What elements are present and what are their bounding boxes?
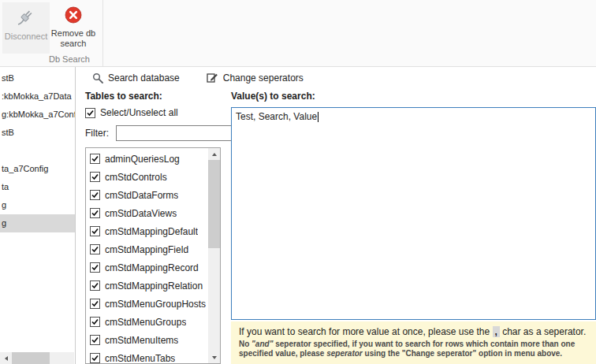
sidebar-item[interactable]: g:kbMokka_a7Confi xyxy=(0,106,75,124)
table-row[interactable]: adminQueriesLog xyxy=(86,150,208,168)
table-row[interactable]: cmStdDataViews xyxy=(86,204,208,222)
search-database-label: Search database xyxy=(108,72,180,84)
separator-char-chip: , xyxy=(493,326,500,337)
scroll-left-arrow-icon[interactable] xyxy=(0,352,12,364)
table-row[interactable]: cmStdDataForms xyxy=(86,186,208,204)
tables-listbox[interactable]: adminQueriesLog cmStdControls cmStdDataF… xyxy=(85,147,221,364)
search-icon xyxy=(92,72,103,84)
filter-row: Filter: xyxy=(85,125,221,141)
disconnect-button[interactable]: Disconnect xyxy=(2,2,50,54)
ribbon-group-db-search: Disconnect Remove db search Db Search xyxy=(0,0,103,66)
disconnect-plug-icon xyxy=(16,6,36,29)
change-separators-button[interactable]: Change seperators xyxy=(203,70,307,85)
change-separators-label: Change seperators xyxy=(223,72,304,84)
table-checkbox[interactable] xyxy=(90,172,100,182)
table-name: cmStdMenuGroupHosts xyxy=(105,299,206,310)
table-row[interactable]: cmStdMappingField xyxy=(86,240,208,258)
table-checkbox[interactable] xyxy=(90,226,100,236)
table-row[interactable]: cmStdMappingRecord xyxy=(86,258,208,277)
table-name: cmStdMenuItems xyxy=(105,335,178,346)
table-name: cmStdMenuTabs xyxy=(105,353,175,364)
table-row[interactable]: cmStdMenuTabs xyxy=(86,349,208,364)
table-checkbox[interactable] xyxy=(90,353,100,363)
table-row[interactable]: cmStdMenuGroups xyxy=(86,313,208,331)
ribbon-group-label: Db Search xyxy=(0,54,102,66)
search-values-textarea[interactable]: Test, Search, Value xyxy=(231,107,596,320)
scroll-up-arrow-icon[interactable] xyxy=(208,148,220,160)
search-values-text: Test, Search, Value xyxy=(236,111,317,122)
hint-line-1: If you want to search for more value at … xyxy=(239,326,588,337)
sidebar-item[interactable]: ta xyxy=(0,178,75,196)
select-all-row[interactable]: Select/Unselect all xyxy=(85,107,221,118)
table-name: cmStdControls xyxy=(105,172,167,183)
table-checkbox[interactable] xyxy=(90,154,100,164)
table-name: cmStdMappingRecord xyxy=(105,262,199,273)
hint-line-2: No "and" seperator specified, if you wan… xyxy=(239,340,588,358)
values-panel-title: Value(s) to search: xyxy=(231,91,596,102)
table-row[interactable]: cmStdMappingDefault xyxy=(86,222,208,240)
ribbon-buttons: Disconnect Remove db search xyxy=(0,0,102,54)
sidebar-horizontal-scrollbar[interactable] xyxy=(0,352,74,364)
table-checkbox[interactable] xyxy=(90,262,100,273)
table-checkbox[interactable] xyxy=(90,280,100,291)
table-row[interactable]: cmStdMappingRelation xyxy=(86,277,208,295)
edit-pencil-icon xyxy=(207,72,218,84)
filter-input[interactable] xyxy=(116,125,244,141)
select-all-checkbox[interactable] xyxy=(85,108,95,118)
database-sidebar: stB :kbMokka_a7Data g:kbMokka_a7Confi st… xyxy=(0,67,76,364)
filter-label: Filter: xyxy=(85,128,109,139)
scroll-down-arrow-icon[interactable] xyxy=(208,351,220,363)
table-checkbox[interactable] xyxy=(90,299,100,309)
tables-panel: Tables to search: Select/Unselect all Fi… xyxy=(85,88,221,364)
db-search-panel: Search database Change seperators Tables… xyxy=(76,67,596,364)
sidebar-item[interactable]: stB xyxy=(0,124,75,142)
tables-list: adminQueriesLog cmStdControls cmStdDataF… xyxy=(86,148,208,364)
tables-vertical-scrollbar[interactable] xyxy=(208,148,220,363)
horizontal-scrollbar-thumb[interactable] xyxy=(12,352,50,364)
table-checkbox[interactable] xyxy=(90,208,100,218)
table-row[interactable]: cmStdMenuGroupHosts xyxy=(86,295,208,313)
table-name: cmStdDataForms xyxy=(105,190,178,201)
search-toolbar: Search database Change seperators xyxy=(76,67,596,88)
sidebar-item[interactable] xyxy=(0,142,75,160)
text-cursor xyxy=(318,112,318,122)
sidebar-item[interactable]: stB xyxy=(0,69,75,87)
table-checkbox[interactable] xyxy=(90,335,100,345)
remove-db-search-label: Remove db search xyxy=(51,28,95,49)
table-row[interactable]: cmStdMenuItems xyxy=(86,331,208,349)
remove-circle-x-icon xyxy=(65,6,82,26)
table-name: cmStdMappingField xyxy=(105,244,188,255)
ribbon: Disconnect Remove db search Db Search xyxy=(0,0,596,67)
select-all-label: Select/Unselect all xyxy=(100,107,178,118)
sidebar-item-selected[interactable]: g xyxy=(0,214,75,232)
table-name: adminQueriesLog xyxy=(105,154,180,165)
table-checkbox[interactable] xyxy=(90,244,100,254)
table-checkbox[interactable] xyxy=(90,317,100,327)
table-checkbox[interactable] xyxy=(90,190,100,200)
table-name: cmStdMenuGroups xyxy=(105,317,186,328)
disconnect-label: Disconnect xyxy=(5,32,47,42)
sidebar-item[interactable]: g xyxy=(0,196,75,214)
values-panel: Value(s) to search: Test, Search, Value … xyxy=(231,88,596,364)
vertical-scrollbar-thumb[interactable] xyxy=(208,160,220,248)
remove-db-search-button[interactable]: Remove db search xyxy=(50,2,97,54)
hint-bold-seperator: seperator xyxy=(326,349,363,358)
table-name: cmStdDataViews xyxy=(105,208,177,219)
sidebar-item[interactable]: ta_a7Config xyxy=(0,160,75,178)
tables-panel-title: Tables to search: xyxy=(85,91,221,102)
table-row[interactable]: cmStdControls xyxy=(86,168,208,186)
search-database-button[interactable]: Search database xyxy=(89,71,183,85)
search-body: Tables to search: Select/Unselect all Fi… xyxy=(76,88,596,364)
table-name: cmStdMappingRelation xyxy=(105,280,203,292)
table-name: cmStdMappingDefault xyxy=(105,226,198,237)
sidebar-item[interactable]: :kbMokka_a7Data xyxy=(0,87,75,106)
content: stB :kbMokka_a7Data g:kbMokka_a7Confi st… xyxy=(0,67,596,364)
separator-hint-box: If you want to search for more value at … xyxy=(231,321,596,364)
